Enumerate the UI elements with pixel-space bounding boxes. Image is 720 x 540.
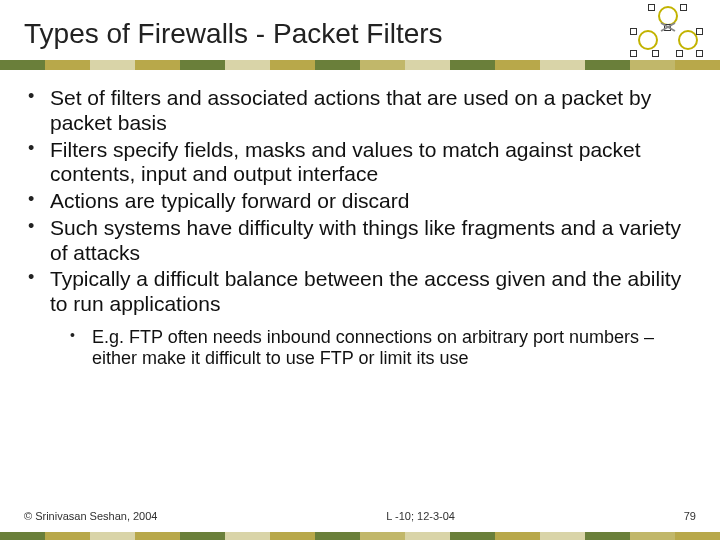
slide-footer: © Srinivasan Seshan, 2004 L -10; 12-3-04… <box>0 510 720 522</box>
network-icon <box>632 6 704 60</box>
list-item: E.g. FTP often needs inbound connections… <box>68 327 686 369</box>
footer-page-number: 79 <box>684 510 696 522</box>
sub-bullet-list: E.g. FTP often needs inbound connections… <box>68 327 686 369</box>
list-item: Typically a difficult balance between th… <box>24 267 686 317</box>
list-item: Such systems have difficulty with things… <box>24 216 686 266</box>
bullet-list: Set of filters and associated actions th… <box>24 86 686 317</box>
divider-strip-bottom <box>0 532 720 540</box>
list-item: Filters specify fields, masks and values… <box>24 138 686 188</box>
slide-title: Types of Firewalls - Packet Filters <box>0 0 720 60</box>
footer-lecture-id: L -10; 12-3-04 <box>386 510 455 522</box>
footer-copyright: © Srinivasan Seshan, 2004 <box>24 510 157 522</box>
divider-strip-top <box>0 60 720 70</box>
list-item: Actions are typically forward or discard <box>24 189 686 214</box>
list-item: Set of filters and associated actions th… <box>24 86 686 136</box>
slide-body: Set of filters and associated actions th… <box>0 70 720 369</box>
